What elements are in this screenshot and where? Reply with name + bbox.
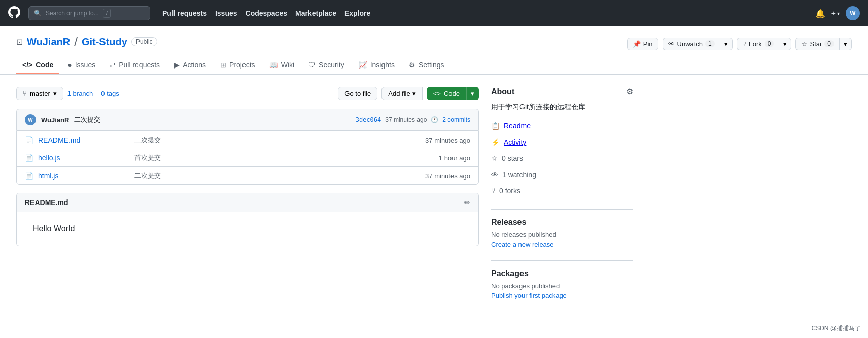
publish-package-anchor[interactable]: Publish your first package [491, 292, 567, 299]
projects-icon: ⊞ [220, 61, 226, 69]
activity-link-item: ⚡ Activity [491, 138, 633, 146]
file-time: 37 minutes ago [404, 137, 470, 144]
file-icon: 📄 [25, 172, 33, 180]
file-commit: 二次提交 [134, 171, 399, 180]
readme-box: README.md ✏ Hello World [16, 193, 479, 246]
tab-projects[interactable]: ⊞ Projects [214, 57, 261, 74]
commit-meta: 3dec064 37 minutes ago 🕐 2 commits [356, 116, 470, 123]
nav-codespaces[interactable]: Codespaces [246, 9, 287, 17]
star-count: 0 [824, 40, 834, 47]
add-file-button[interactable]: Add file ▾ [381, 87, 422, 100]
nav-marketplace[interactable]: Marketplace [295, 9, 336, 17]
main-content: ⑂ master ▾ 1 branch 0 tags Go to file Ad… [0, 75, 649, 324]
fork-button[interactable]: ⑂ Fork 0 [737, 38, 779, 50]
readme-edit-button[interactable]: ✏ [464, 198, 470, 207]
create-release-link: Create a new release [491, 241, 633, 248]
insights-icon: 📈 [359, 61, 367, 69]
fork-icon: ⑂ [491, 187, 495, 195]
branch-selector[interactable]: ⑂ master ▾ [16, 87, 63, 100]
star-button[interactable]: ☆ Star 0 [795, 38, 839, 50]
no-packages: No packages published [491, 282, 633, 290]
releases-section: Releases No releases published Create a … [491, 218, 633, 248]
readme-link[interactable]: Readme [504, 122, 531, 130]
stars-item: ☆ 0 stars [491, 154, 633, 162]
pin-icon: 📌 [633, 40, 641, 48]
sidebar-divider-2 [491, 260, 633, 261]
code-angle-icon: <> [433, 90, 441, 97]
releases-title: Releases [491, 218, 633, 227]
repo-owner[interactable]: WuJianR [27, 36, 70, 48]
chevron-down-icon: ▾ [412, 90, 416, 97]
notification-button[interactable]: 🔔 [815, 9, 825, 18]
plus-icon: + [831, 9, 836, 17]
breadcrumb-sep: / [74, 35, 78, 49]
sidebar-divider [491, 209, 633, 210]
avatar[interactable]: W [846, 6, 860, 20]
commit-avatar: W [25, 114, 36, 125]
branch-icon: ⑂ [23, 90, 27, 97]
table-row: 📄 html.js 二次提交 37 minutes ago [17, 166, 478, 184]
about-section: About ⚙ 用于学习Git所连接的远程仓库 📋 Readme ⚡ Activ… [491, 87, 633, 197]
github-logo[interactable] [8, 6, 20, 21]
activity-icon: ⚡ [491, 138, 500, 146]
gear-button[interactable]: ⚙ [626, 87, 633, 96]
add-file-group: Add file ▾ [381, 87, 422, 100]
about-title: About [491, 87, 514, 96]
repo-name[interactable]: Git-Study [82, 36, 127, 48]
activity-link[interactable]: Activity [504, 138, 526, 146]
commits-link[interactable]: 2 commits [442, 116, 470, 123]
fork-icon: ⑂ [742, 40, 746, 48]
chevron-down-icon: ▾ [837, 11, 840, 16]
go-to-file-button[interactable]: Go to file [338, 87, 377, 100]
tab-actions[interactable]: ▶ Actions [168, 57, 212, 74]
about-links: 📋 Readme ⚡ Activity ☆ 0 stars 👁 1 watchi… [491, 120, 633, 197]
settings-icon: ⚙ [409, 61, 415, 69]
file-link[interactable]: html.js [38, 172, 58, 180]
nav-issues[interactable]: Issues [215, 9, 237, 17]
tags-link[interactable]: 0 tags [101, 90, 119, 97]
code-button[interactable]: <> Code [427, 87, 466, 100]
file-link[interactable]: hello.js [38, 154, 60, 162]
code-icon: </> [22, 61, 32, 69]
watch-button[interactable]: 👁 Unwatch 1 [663, 38, 720, 50]
tab-wiki[interactable]: 📖 Wiki [263, 57, 300, 74]
file-link[interactable]: README.md [38, 136, 80, 144]
tab-code[interactable]: </> Code [16, 57, 59, 74]
nav-pull-requests[interactable]: Pull requests [162, 9, 207, 17]
star-icon: ☆ [801, 40, 807, 48]
commit-sha[interactable]: 3dec064 [356, 116, 381, 123]
top-navigation: 🔍 Search or jump to... / Pull requests I… [0, 0, 868, 26]
slash-key: / [103, 9, 111, 18]
issue-icon: ● [67, 61, 72, 69]
tab-pull-requests[interactable]: ⇄ Pull requests [103, 57, 166, 74]
search-input[interactable]: 🔍 Search or jump to... / [28, 6, 150, 20]
watch-dropdown[interactable]: ▾ [720, 38, 733, 50]
create-button[interactable]: + ▾ [831, 9, 840, 17]
nav-explore[interactable]: Explore [344, 9, 370, 17]
eye-icon: 👁 [491, 171, 498, 179]
actions-icon: ▶ [174, 61, 180, 69]
fork-dropdown[interactable]: ▾ [779, 38, 791, 50]
tab-issues[interactable]: ● Issues [61, 57, 101, 74]
file-table: 📄 README.md 二次提交 37 minutes ago 📄 hello.… [16, 131, 479, 185]
file-time: 1 hour ago [404, 154, 470, 162]
star-dropdown[interactable]: ▾ [839, 38, 852, 50]
file-time: 37 minutes ago [404, 172, 470, 180]
code-dropdown[interactable]: ▾ [466, 87, 479, 100]
tab-insights[interactable]: 📈 Insights [353, 57, 401, 74]
repo-tabs: </> Code ● Issues ⇄ Pull requests ▶ Acti… [16, 57, 852, 74]
fork-button-group: ⑂ Fork 0 ▾ [737, 38, 792, 50]
create-release-anchor[interactable]: Create a new release [491, 241, 554, 248]
packages-title: Packages [491, 269, 633, 278]
readme-link-item: 📋 Readme [491, 122, 633, 130]
file-name: html.js [38, 172, 129, 180]
no-releases: No releases published [491, 231, 633, 239]
chevron-down-icon: ▾ [53, 90, 57, 97]
readme-header: README.md ✏ [17, 193, 478, 212]
pin-button[interactable]: 📌 Pin [627, 38, 658, 50]
tab-security[interactable]: 🛡 Security [302, 57, 351, 74]
tab-settings[interactable]: ⚙ Settings [403, 57, 450, 74]
watermark: CSDN @捕捕马了 [808, 323, 864, 324]
branches-link[interactable]: 1 branch [67, 90, 93, 97]
pr-icon: ⇄ [110, 61, 116, 69]
